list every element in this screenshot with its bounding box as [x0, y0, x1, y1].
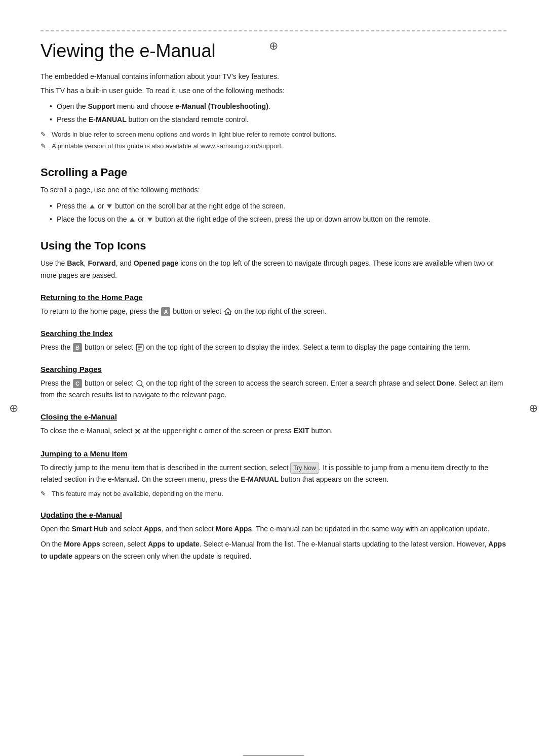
- home-page-subheading: Returning to the Home Page: [41, 293, 506, 302]
- jumping-subheading: Jumping to a Menu Item: [41, 449, 506, 458]
- intro-bullets: Open the Support menu and choose e-Manua…: [50, 101, 506, 126]
- svg-point-4: [137, 381, 142, 386]
- intro-note2: A printable version of this guide is als…: [41, 141, 506, 152]
- closing-body: To close the e-Manual, select ✕ at the u…: [41, 425, 506, 438]
- closing-subheading: Closing the e-Manual: [41, 412, 506, 421]
- intro-note1: Words in blue refer to screen menu optio…: [41, 130, 506, 140]
- arrow-up-icon: [90, 204, 95, 208]
- home-page-body: To return to the home page, press the A …: [41, 306, 506, 318]
- searching-index-body: Press the B button or select on the top …: [41, 342, 506, 354]
- scrolling-bullet2: Place the focus on the or button at the …: [50, 214, 506, 226]
- home-icon: [223, 307, 232, 316]
- intro-line2: This TV has a built-in user guide. To re…: [41, 85, 506, 96]
- scrolling-bullet1: Press the or button on the scroll bar at…: [50, 200, 506, 213]
- c-button-icon: C: [73, 379, 82, 388]
- searching-pages-subheading: Searching Pages: [41, 365, 506, 373]
- top-icons-body: Use the Back, Forward, and Opened page i…: [41, 258, 506, 282]
- arrow-down-icon: [107, 204, 112, 208]
- jumping-body: To directly jump to the menu item that i…: [41, 462, 506, 486]
- top-icons-heading: Using the Top Icons: [41, 239, 506, 253]
- updating-subheading: Updating the e-Manual: [41, 511, 506, 519]
- scrolling-bullets: Press the or button on the scroll bar at…: [50, 200, 506, 226]
- top-crosshair-icon: ⊕: [269, 39, 278, 53]
- updating-body1: Open the Smart Hub and select Apps, and …: [41, 523, 506, 535]
- searching-pages-body: Press the C button or select on the top …: [41, 377, 506, 402]
- try-now-button[interactable]: Try Now: [290, 463, 319, 474]
- intro-bullet1: Open the Support menu and choose e-Manua…: [50, 101, 506, 113]
- intro-bullet2: Press the E-MANUAL button on the standar…: [50, 114, 506, 126]
- index-icon: [135, 343, 144, 352]
- jumping-notes: This feature may not be available, depen…: [41, 489, 506, 499]
- a-button-icon: A: [161, 307, 170, 316]
- right-crosshair-icon: ⊕: [529, 402, 538, 415]
- intro-notes: Words in blue refer to screen menu optio…: [41, 130, 506, 152]
- jumping-note: This feature may not be available, depen…: [41, 489, 506, 499]
- updating-body2: On the More Apps screen, select Apps to …: [41, 538, 506, 563]
- page: ⊕ ⊕ ⊕ Viewing the e-Manual The embedded …: [0, 30, 547, 756]
- b-button-icon: B: [73, 343, 82, 352]
- arrow-down-icon2: [147, 218, 152, 222]
- content-area: Viewing the e-Manual The embedded e-Manu…: [41, 30, 506, 562]
- arrow-up-icon2: [130, 218, 135, 222]
- svg-line-5: [141, 385, 143, 387]
- close-x-icon: ✕: [134, 427, 141, 436]
- left-crosshair-icon: ⊕: [9, 402, 18, 415]
- scrolling-intro: To scroll a page, use one of the followi…: [41, 184, 506, 196]
- search-icon: [135, 379, 144, 388]
- intro-line1: The embedded e-Manual contains informati…: [41, 71, 506, 82]
- searching-index-subheading: Searching the Index: [41, 329, 506, 338]
- scrolling-heading: Scrolling a Page: [41, 166, 506, 179]
